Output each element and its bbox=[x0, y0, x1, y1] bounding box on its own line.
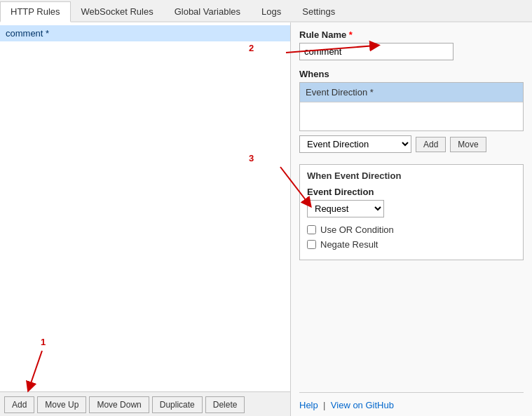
whens-item[interactable]: Event Direction * bbox=[300, 83, 523, 102]
move-down-button[interactable]: Move Down bbox=[89, 396, 149, 413]
event-direction-section: When Event Direction Event Direction Req… bbox=[299, 164, 524, 260]
right-footer: Help | View on GitHub bbox=[299, 392, 524, 410]
rule-name-group: Rule Name * bbox=[299, 29, 524, 60]
whens-list: Event Direction * bbox=[299, 82, 524, 131]
duplicate-button[interactable]: Duplicate bbox=[152, 396, 203, 413]
delete-button[interactable]: Delete bbox=[205, 396, 245, 413]
event-direction-section-header: When Event Direction bbox=[307, 170, 516, 181]
direction-select[interactable]: Request Response bbox=[307, 200, 384, 217]
tab-bar: HTTP Rules WebSocket Rules Global Variab… bbox=[0, 0, 532, 22]
rule-name-label: Rule Name * bbox=[299, 29, 524, 40]
main-layout: comment * Add Move Up Move Down Duplicat… bbox=[0, 22, 532, 416]
list-item[interactable]: comment * bbox=[0, 25, 290, 41]
whens-controls: Event Direction Add Move bbox=[299, 135, 524, 153]
move-up-button[interactable]: Move Up bbox=[37, 396, 86, 413]
negate-result-checkbox[interactable] bbox=[307, 240, 316, 249]
negate-result-label[interactable]: Negate Result bbox=[320, 239, 378, 250]
whens-section: Whens Event Direction * Event Direction … bbox=[299, 69, 524, 159]
negate-result-row: Negate Result bbox=[307, 239, 516, 250]
tab-http-rules[interactable]: HTTP Rules bbox=[0, 1, 71, 22]
help-link[interactable]: Help bbox=[299, 400, 318, 410]
left-panel: comment * Add Move Up Move Down Duplicat… bbox=[0, 22, 291, 416]
view-on-github-link[interactable]: View on GitHub bbox=[331, 400, 394, 410]
whens-type-select[interactable]: Event Direction bbox=[299, 135, 411, 153]
whens-add-button[interactable]: Add bbox=[416, 137, 446, 152]
use-or-condition-label[interactable]: Use OR Condition bbox=[320, 224, 394, 235]
event-direction-sub-label: Event Direction bbox=[307, 187, 516, 197]
whens-label: Whens bbox=[299, 69, 524, 79]
spacer bbox=[299, 267, 524, 392]
use-or-condition-row: Use OR Condition bbox=[307, 224, 516, 235]
left-footer: Add Move Up Move Down Duplicate Delete bbox=[0, 391, 290, 416]
tab-global-variables[interactable]: Global Variables bbox=[164, 1, 251, 21]
whens-move-button[interactable]: Move bbox=[450, 137, 486, 152]
right-panel: Rule Name * Whens Event Direction * Even… bbox=[291, 22, 532, 416]
tab-settings[interactable]: Settings bbox=[292, 1, 346, 21]
tab-logs[interactable]: Logs bbox=[251, 1, 292, 21]
use-or-condition-checkbox[interactable] bbox=[307, 225, 316, 234]
add-button[interactable]: Add bbox=[4, 396, 34, 413]
tab-websocket-rules[interactable]: WebSocket Rules bbox=[71, 1, 164, 21]
footer-separator: | bbox=[323, 400, 325, 410]
direction-select-wrap: Request Response bbox=[307, 200, 516, 217]
rules-list: comment * bbox=[0, 22, 290, 391]
rule-name-input[interactable] bbox=[299, 43, 453, 60]
